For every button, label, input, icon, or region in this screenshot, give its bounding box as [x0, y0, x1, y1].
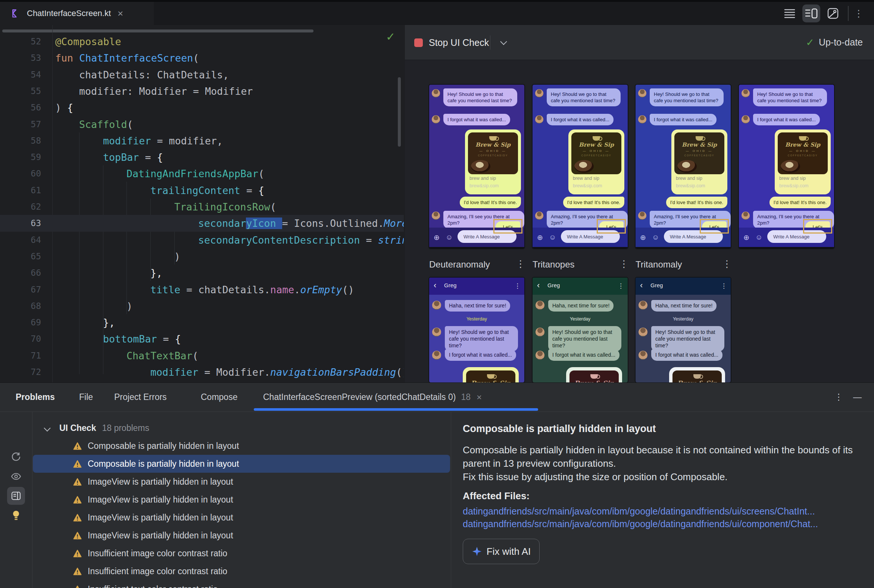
problem-item[interactable]: ImageView is partially hidden in layout — [33, 526, 450, 544]
avatar — [638, 212, 646, 220]
avatar — [638, 89, 646, 98]
emoji-icon[interactable]: ☺ — [652, 233, 659, 242]
emoji-icon[interactable]: ☺ — [755, 233, 763, 242]
line-number: 53 — [0, 50, 41, 66]
editor-vertical-scrollbar[interactable] — [398, 77, 401, 147]
preview-phone-row1-1[interactable]: Hey! Should we go to that cafe you menti… — [429, 85, 524, 249]
chevron-down-icon[interactable] — [500, 38, 507, 45]
chat-bubble-received: Hey! Should we go to that cafe you menti… — [547, 88, 620, 106]
problem-item[interactable]: Insufficient image color contrast ratio — [33, 562, 450, 580]
details-view-icon[interactable] — [7, 487, 25, 505]
warning-icon — [73, 532, 82, 540]
preview-phone-row1-3[interactable]: Hey! Should we go to that cafe you menti… — [635, 85, 731, 249]
problem-item[interactable]: ImageView is partially hidden in layout — [33, 508, 450, 526]
link-preview-card: Brew & Sip— OHID —COFFEETCASIDY — [463, 367, 519, 382]
avatar — [432, 212, 440, 220]
preview-config-kebab-icon[interactable]: ⋮ — [516, 258, 526, 270]
code-editor[interactable]: 52@Composable53fun ChatInterfaceScreen(5… — [0, 25, 404, 382]
brew-sip-artwork: Brew & Sip— OHID —COFFEETCASIDY — [674, 132, 724, 174]
brew-sip-artwork: Brew & Sip— OHID —COFFEETCASIDY — [466, 370, 515, 382]
problem-item[interactable]: Composable is partially hidden in layout — [33, 437, 450, 455]
chat-header: ‹Greg⋮ — [429, 278, 524, 295]
tab-preview-report[interactable]: ChatInterfaceScreenPreview (sortedChatDe… — [263, 383, 482, 411]
editor-horizontal-scrollbar[interactable] — [2, 30, 314, 33]
editor-options-kebab-icon[interactable]: ⋮ — [854, 8, 863, 20]
contact-name: Greg — [547, 282, 560, 288]
tab-project-errors[interactable]: Project Errors — [114, 383, 167, 411]
line-number: 62 — [0, 198, 41, 215]
code-token: ( — [270, 201, 276, 213]
editor-tab-title: ChatInterfaceScreen.kt — [27, 9, 111, 18]
problem-item[interactable]: Insufficient text color contrast ratio — [33, 580, 450, 588]
affected-file-link[interactable]: datingandfriends/src/main/java/com/ibm/g… — [463, 506, 870, 517]
list-view-icon[interactable] — [781, 4, 799, 22]
quickfix-bulb-icon[interactable] — [7, 506, 25, 524]
problem-item[interactable]: Insufficient image color contrast ratio — [33, 544, 450, 562]
chat-bubble-received: Hey! Should we go to that cafe you menti… — [651, 326, 724, 351]
problem-item[interactable]: ImageView is partially hidden in layout — [33, 473, 450, 490]
design-preview-icon[interactable] — [824, 4, 842, 22]
add-attachment-icon[interactable]: ⊕ — [640, 233, 646, 242]
editor-tab-active[interactable]: ChatInterfaceScreen.kt × — [0, 2, 154, 25]
minimize-icon[interactable]: — — [853, 383, 862, 411]
back-icon[interactable]: ‹ — [537, 280, 540, 290]
chat-menu-kebab-icon[interactable]: ⋮ — [618, 282, 624, 290]
problem-item[interactable]: ImageView is partially hidden in layout — [33, 490, 450, 508]
problem-detail-title: Composable is partially hidden in layout — [463, 423, 656, 435]
affected-file-link[interactable]: datingandfriends/src/main/java/com/ibm/g… — [463, 519, 870, 530]
coffee-photo — [781, 160, 800, 173]
preview-phone-row1-2[interactable]: Hey! Should we go to that cafe you menti… — [533, 85, 628, 249]
brew-sip-artwork: Brew & Sip— OHID —COFFEETCASIDY — [778, 132, 828, 174]
back-icon[interactable]: ‹ — [434, 280, 436, 290]
brew-sip-artwork: Brew & Sip— OHID —COFFEETCASIDY — [673, 370, 722, 382]
line-number: 52 — [0, 33, 41, 50]
code-line: Scaffold( — [55, 116, 133, 133]
add-attachment-icon[interactable]: ⊕ — [743, 233, 749, 242]
link-preview-card: Brew & Sip— OHID —COFFEETCASIDYbrew and … — [568, 129, 624, 194]
preview-phone-deuteranomaly[interactable]: ‹Greg⋮Haha, next time for sure!Yesterday… — [429, 278, 524, 382]
preview-phone-tritanopes[interactable]: ‹Greg⋮Haha, next time for sure!Yesterday… — [533, 278, 628, 382]
chat-menu-kebab-icon[interactable]: ⋮ — [514, 282, 521, 290]
chat-bubble-received: Hey! Should we go to that cafe you menti… — [650, 88, 724, 106]
tab-compose[interactable]: Compose — [201, 383, 237, 411]
emoji-icon[interactable]: ☺ — [549, 233, 556, 242]
preview-phone-tritanomaly[interactable]: ‹Greg⋮Haha, next time for sure!Yesterday… — [635, 278, 731, 382]
add-attachment-icon[interactable]: ⊕ — [434, 233, 440, 242]
editor-tab-bar: ChatInterfaceScreen.kt × ⋮ — [0, 0, 874, 25]
tool-window-title[interactable]: Problems — [16, 383, 55, 411]
preview-phone-row1-4[interactable]: Hey! Should we go to that cafe you menti… — [739, 85, 834, 249]
code-token: { — [67, 102, 73, 113]
line-number: 54 — [0, 66, 41, 83]
chat-header: ‹Greg⋮ — [635, 278, 731, 295]
preview-config-kebab-icon[interactable]: ⋮ — [619, 258, 629, 270]
split-editor-preview-icon[interactable] — [802, 4, 820, 22]
emoji-icon[interactable]: ☺ — [446, 233, 453, 242]
link-preview-image: Brew & Sip— OHID —COFFEETCASIDY — [778, 132, 828, 174]
add-attachment-icon[interactable]: ⊕ — [537, 233, 543, 242]
brew-sip-title: Brew & Sip — [674, 141, 724, 148]
inspections-ok-check-icon[interactable]: ✓ — [386, 30, 395, 43]
preview-eye-icon[interactable] — [7, 468, 25, 485]
ui-check-group-header[interactable]: UI Check 18 problems — [33, 419, 450, 437]
problems-options-kebab-icon[interactable]: ⋮ — [835, 383, 843, 411]
line-number: 66 — [0, 264, 41, 281]
tab-close-icon[interactable]: × — [476, 392, 482, 403]
link-title: brew and sip — [470, 176, 496, 181]
avatar — [638, 328, 647, 336]
problem-item-selected[interactable]: Composable is partially hidden in layout — [33, 455, 450, 473]
avatar — [535, 115, 544, 123]
warning-icon — [73, 567, 82, 575]
tab-close-icon[interactable]: × — [117, 9, 123, 18]
fix-with-ai-button[interactable]: Fix with AI — [463, 539, 540, 564]
link-preview-card: Brew & Sip— OHID —COFFEETCASIDY — [566, 367, 622, 382]
tab-file[interactable]: File — [79, 383, 93, 411]
chat-menu-kebab-icon[interactable]: ⋮ — [721, 282, 727, 290]
back-icon[interactable]: ‹ — [640, 280, 643, 290]
preview-config-kebab-icon[interactable]: ⋮ — [722, 258, 732, 270]
stop-ui-check-button[interactable]: Stop UI Check — [414, 33, 489, 52]
code-token: secondar — [198, 218, 246, 229]
avatar — [535, 212, 544, 220]
refresh-icon[interactable] — [7, 448, 25, 466]
avatar — [432, 328, 441, 336]
code-token: ) — [174, 251, 180, 262]
